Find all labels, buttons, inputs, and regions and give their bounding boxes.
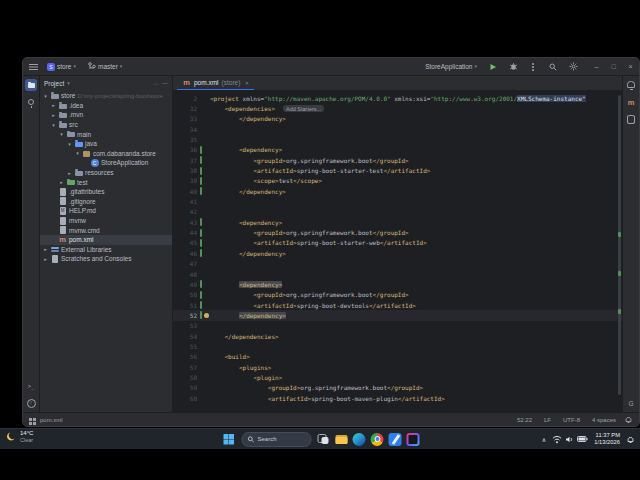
code-line-40[interactable]: 40 </dependency> [173, 186, 622, 196]
more-actions-button[interactable] [526, 60, 540, 73]
tab-close-icon[interactable]: × [245, 80, 249, 86]
minimize-button[interactable]: – [588, 58, 605, 75]
code-line-47[interactable]: 47 [173, 259, 622, 269]
code-line-39[interactable]: 39 <scope>test</scope> [173, 176, 622, 186]
tab-pom-xml[interactable]: pom.xml (store) × [177, 76, 254, 90]
hidden-icons-chevron[interactable]: ∧ [542, 436, 546, 443]
tree-item-Scratches and Consoles[interactable]: ▸Scratches and Consoles [40, 254, 172, 264]
tree-item-com.dabananda.store[interactable]: ▾com.dabananda.store [40, 149, 172, 159]
code-line-54[interactable]: 54 </dependencies> [173, 331, 622, 341]
expand-arrow-icon[interactable]: ▾ [67, 141, 72, 147]
tree-item-.gitignore[interactable]: .gitignore [40, 197, 172, 207]
code-line-35[interactable]: 35 [173, 134, 622, 144]
tree-item-.gitattributes[interactable]: .gitattributes [40, 187, 172, 197]
code-line-60[interactable]: 60 <artifactId>spring-boot-maven-plugin<… [173, 393, 622, 403]
code-line-48[interactable]: 48 [173, 269, 622, 279]
git-branch-widget[interactable]: master ▾ [85, 61, 125, 72]
tree-item-java[interactable]: ▾java [40, 139, 172, 149]
code-line-50[interactable]: 50 <groupId>org.springframework.boot</gr… [173, 290, 622, 300]
code-line-2[interactable]: 2<project xmlns="http://maven.apache.org… [173, 93, 622, 103]
code-line-37[interactable]: 37 <groupId>org.springframework.boot</gr… [173, 155, 622, 165]
gradle-icon[interactable] [625, 397, 637, 409]
tree-item-External Libraries[interactable]: ▸External Libraries [40, 245, 172, 255]
chrome-icon[interactable] [371, 433, 384, 446]
code-line-44[interactable]: 44 <groupId>org.springframework.boot</gr… [173, 227, 622, 237]
code-line-46[interactable]: 46 </dependency> [173, 248, 622, 258]
start-button[interactable] [221, 431, 237, 447]
line-separator[interactable]: LF [540, 417, 555, 423]
project-panel-header[interactable]: Project ▾ ⋯ — [40, 76, 172, 90]
notification-center-icon[interactable] [626, 435, 635, 444]
add-starters-inlay[interactable]: Add Starters... [283, 105, 324, 112]
expand-arrow-icon[interactable]: ▸ [67, 170, 72, 176]
code-line-33[interactable]: 33 </dependency> [173, 114, 622, 124]
tree-item-HELP.md[interactable]: HELP.md [40, 206, 172, 216]
maximize-button[interactable]: □ [605, 58, 622, 75]
code-editor[interactable]: 2<project xmlns="http://maven.apache.org… [173, 91, 622, 412]
code-line-55[interactable]: 55 [173, 341, 622, 351]
code-line-53[interactable]: 53 [173, 321, 622, 331]
vscode-icon[interactable] [389, 433, 402, 446]
code-line-41[interactable]: 41 [173, 196, 622, 206]
search-everywhere-button[interactable] [546, 60, 560, 73]
more-horizontal-icon[interactable]: ⋯ [153, 80, 159, 87]
code-line-51[interactable]: 51 <artifactId>spring-boot-devtools</art… [173, 300, 622, 310]
tree-item-resources[interactable]: ▸resources [40, 168, 172, 178]
code-line-38[interactable]: 38 <artifactId>spring-boot-starter-test<… [173, 165, 622, 175]
code-line-57[interactable]: 57 <plugins> [173, 362, 622, 372]
taskbar-search[interactable]: Search [242, 432, 312, 447]
code-line-56[interactable]: 56 <build> [173, 352, 622, 362]
debug-button[interactable] [506, 60, 520, 73]
code-line-49[interactable]: 49 <dependency> [173, 279, 622, 289]
run-config-widget[interactable]: StoreApplication ▾ [422, 62, 480, 71]
code-line-32[interactable]: 32 <dependencies>Add Starters... [173, 103, 622, 113]
tree-item-StoreApplication[interactable]: StoreApplication [40, 158, 172, 168]
taskbar-clock[interactable]: 11:37 PM 1/13/2026 [594, 432, 620, 446]
code-line-52[interactable]: 52 </dependency> [173, 310, 622, 320]
maven-icon[interactable] [625, 96, 637, 108]
notifications-bell-icon[interactable] [624, 415, 633, 424]
file-encoding[interactable]: UTF-8 [559, 417, 584, 423]
code-line-34[interactable]: 34 [173, 124, 622, 134]
terminal-icon[interactable] [25, 380, 37, 392]
tree-item-mvnw.cmd[interactable]: mvnw.cmd [40, 225, 172, 235]
file-explorer-icon[interactable] [335, 433, 348, 446]
code-line-59[interactable]: 59 <groupId>org.springframework.boot</gr… [173, 383, 622, 393]
code-line-45[interactable]: 45 <artifactId>spring-boot-starter-web</… [173, 238, 622, 248]
close-button[interactable]: × [622, 58, 639, 75]
caret-position[interactable]: 52:22 [513, 417, 536, 423]
code-line-42[interactable]: 42 [173, 207, 622, 217]
weather-widget[interactable]: 14°C Clear [5, 430, 33, 443]
code-line-36[interactable]: 36 <dependency> [173, 145, 622, 155]
run-button[interactable] [486, 60, 500, 73]
settings-button[interactable] [566, 60, 580, 73]
notifications-icon[interactable] [625, 79, 637, 91]
tree-item-test[interactable]: ▸test [40, 177, 172, 187]
tool-window-layout-icon[interactable] [29, 418, 32, 421]
expand-arrow-icon[interactable]: ▾ [75, 150, 80, 156]
tree-item-mvnw[interactable]: mvnw [40, 216, 172, 226]
tree-item-main[interactable]: ▾main [40, 129, 172, 139]
expand-arrow-icon[interactable]: ▸ [51, 102, 56, 108]
tray-status-icons[interactable] [552, 435, 588, 444]
expand-arrow-icon[interactable]: ▸ [43, 256, 48, 262]
hide-panel-icon[interactable]: — [162, 80, 168, 86]
task-view-icon[interactable] [317, 433, 330, 446]
intention-bulb-icon[interactable] [204, 313, 209, 318]
project-widget[interactable]: S store ▾ [44, 62, 79, 72]
database-icon[interactable] [625, 113, 637, 125]
main-menu-icon[interactable] [29, 63, 38, 70]
tree-item-src[interactable]: ▾src [40, 120, 172, 130]
problems-icon[interactable] [25, 397, 37, 409]
tree-item-.mvn[interactable]: ▸.mvn [40, 110, 172, 120]
tree-item-pom.xml[interactable]: pom.xml [40, 235, 172, 245]
expand-arrow-icon[interactable]: ▾ [43, 93, 48, 99]
tree-item-.idea[interactable]: ▸.idea [40, 101, 172, 111]
code-line-43[interactable]: 43 <dependency> [173, 217, 622, 227]
expand-arrow-icon[interactable]: ▾ [51, 122, 56, 128]
edge-icon[interactable] [353, 433, 366, 446]
code-line-58[interactable]: 58 <plugin> [173, 372, 622, 382]
tree-item-store[interactable]: ▾storeD:\my-projects\spring-boot\store [40, 91, 172, 101]
expand-arrow-icon[interactable]: ▸ [43, 246, 48, 252]
project-icon[interactable] [25, 79, 37, 91]
